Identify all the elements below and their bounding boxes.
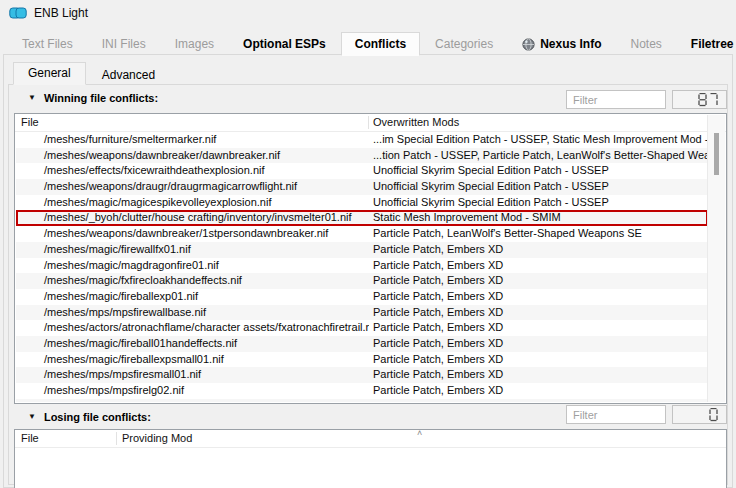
overwritten-mods-cell: Particle Patch, Embers XD bbox=[369, 336, 708, 352]
overwritten-mods-cell: Unofficial Skyrim Special Edition Patch … bbox=[369, 195, 708, 211]
table-row[interactable]: /meshes/effects/fxicewraithdeathexplosio… bbox=[16, 163, 708, 179]
subtab-general[interactable]: General bbox=[13, 62, 86, 85]
winning-conflicts-section-toggle[interactable]: ▼ Winning file conflicts: bbox=[28, 92, 158, 104]
losing-filter-input[interactable] bbox=[566, 405, 666, 424]
table-row[interactable]: /meshes/mps/mpsfirewallbase.nifParticle … bbox=[16, 305, 708, 321]
overwritten-mods-cell: Particle Patch, Embers XD bbox=[369, 242, 708, 258]
column-header-providing-mod[interactable]: Providing Mod bbox=[122, 430, 192, 447]
table-row[interactable]: /meshes/weapons/draugr/draugrmagicarrowf… bbox=[16, 179, 708, 195]
file-cell: /meshes/weapons/draugr/draugrmagicarrowf… bbox=[16, 179, 369, 195]
losing-count-lcd bbox=[672, 405, 727, 424]
file-cell: /meshes/mps/mpsfiresmall01.nif bbox=[16, 367, 369, 383]
file-cell: /meshes/magic/fireballexpsmall01.nif bbox=[16, 352, 369, 368]
tab-label: Optional ESPs bbox=[243, 37, 326, 51]
column-header-file[interactable]: File bbox=[21, 114, 39, 131]
table-row[interactable]: /meshes/magic/firewallfx01.nifParticle P… bbox=[16, 242, 708, 258]
tab-images[interactable]: Images bbox=[161, 34, 228, 55]
subtab-advanced[interactable]: Advanced bbox=[87, 64, 170, 84]
overwritten-mods-cell: Particle Patch, Embers XD bbox=[369, 289, 708, 305]
overwritten-mods-cell: ...tion Patch - USSEP, Particle Patch, L… bbox=[369, 148, 708, 164]
tab-label: INI Files bbox=[102, 37, 146, 51]
tab-label: Filetree bbox=[691, 37, 734, 51]
table-row[interactable]: /meshes/magic/magicespikevolleyexplosion… bbox=[16, 195, 708, 211]
table-row[interactable]: /meshes/_byoh/clutter/house crafting/inv… bbox=[16, 210, 708, 226]
losing-section-label: Losing file conflicts: bbox=[44, 411, 151, 423]
main-tab-bar: Text FilesINI FilesImagesOptional ESPsCo… bbox=[8, 32, 736, 55]
table-row[interactable]: /meshes/weapons/dawnbreaker/1stpersondaw… bbox=[16, 226, 708, 242]
table-row[interactable]: /meshes/weapons/dawnbreaker/dawnbreaker.… bbox=[16, 148, 708, 164]
collapse-arrow-icon: ▼ bbox=[28, 412, 36, 421]
column-header-overwritten-mods[interactable]: Overwritten Mods bbox=[373, 114, 459, 131]
scrollbar-thumb[interactable] bbox=[714, 133, 719, 175]
overwritten-mods-cell: ...im Special Edition Patch - USSEP, Sta… bbox=[369, 132, 708, 148]
column-separator[interactable] bbox=[368, 116, 369, 129]
sort-ascending-icon: ˄ bbox=[417, 430, 422, 436]
winning-filter-input[interactable] bbox=[566, 90, 666, 109]
tab-notes[interactable]: Notes bbox=[616, 34, 675, 55]
winning-conflicts-table: File Overwritten Mods /meshes/furniture/… bbox=[14, 113, 727, 404]
table-row[interactable]: /meshes/furniture/smeltermarker.nif...im… bbox=[16, 132, 708, 148]
file-cell: /meshes/magic/fireball01handeffects.nif bbox=[16, 336, 369, 352]
table-row[interactable]: /meshes/magic/magdragonfire01.nifParticl… bbox=[16, 258, 708, 274]
globe-icon bbox=[522, 38, 535, 51]
window-title: ENB Light bbox=[34, 6, 88, 20]
column-separator[interactable] bbox=[116, 432, 117, 445]
overwritten-mods-cell: Unofficial Skyrim Special Edition Patch … bbox=[369, 163, 708, 179]
tab-label: Nexus Info bbox=[540, 37, 601, 51]
overwritten-mods-cell: Static Mesh Improvement Mod - SMIM bbox=[369, 210, 708, 226]
winning-section-label: Winning file conflicts: bbox=[44, 92, 158, 104]
file-cell: /meshes/magic/firebolt01.nif bbox=[16, 399, 369, 402]
table-row[interactable]: /meshes/mps/mpsfiresmall01.nifParticle P… bbox=[16, 367, 708, 383]
tab-optional-esps[interactable]: Optional ESPs bbox=[229, 34, 340, 55]
overwritten-mods-cell: Unofficial Skyrim Special Edition Patch … bbox=[369, 179, 708, 195]
overwritten-mods-cell: Particle Patch, Embers XD bbox=[369, 383, 708, 399]
overwritten-mods-cell: Particle Patch, Embers XD bbox=[369, 305, 708, 321]
mod-app-icon bbox=[9, 7, 27, 19]
overwritten-mods-cell: Particle Patch, Embers XD bbox=[369, 399, 708, 402]
column-header-file[interactable]: File bbox=[21, 430, 39, 447]
overwritten-mods-cell: Particle Patch, Embers XD bbox=[369, 367, 708, 383]
tab-categories[interactable]: Categories bbox=[421, 34, 507, 55]
file-cell: /meshes/mps/mpsfirewallbase.nif bbox=[16, 305, 369, 321]
winning-rows: /meshes/furniture/smeltermarker.nif...im… bbox=[16, 132, 708, 402]
table-row[interactable]: /meshes/magic/fireball01handeffects.nifP… bbox=[16, 336, 708, 352]
overwritten-mods-cell: Particle Patch, LeanWolf's Better-Shaped… bbox=[369, 226, 708, 242]
file-cell: /meshes/mps/mpsfirelg02.nif bbox=[16, 383, 369, 399]
file-cell: /meshes/magic/fxfirecloakhandeffects.nif bbox=[16, 273, 369, 289]
winning-table-header: File Overwritten Mods bbox=[15, 114, 726, 132]
overwritten-mods-cell: Particle Patch, Embers XD bbox=[369, 352, 708, 368]
table-row[interactable]: /meshes/magic/firebolt01.nifParticle Pat… bbox=[16, 399, 708, 402]
tab-label: Categories bbox=[435, 37, 493, 51]
losing-conflicts-table: File Providing Mod ˄ bbox=[14, 429, 727, 488]
conflicts-sub-tab-bar: GeneralAdvanced bbox=[13, 62, 171, 84]
table-row[interactable]: /meshes/magic/fireballexpsmall01.nifPart… bbox=[16, 352, 708, 368]
overwritten-mods-cell: Particle Patch, Embers XD bbox=[369, 320, 708, 336]
tab-label: Conflicts bbox=[355, 37, 406, 51]
table-row[interactable]: /meshes/mps/mpsfirelg02.nifParticle Patc… bbox=[16, 383, 708, 399]
overwritten-mods-cell: Particle Patch, Embers XD bbox=[369, 258, 708, 274]
tab-text-files[interactable]: Text Files bbox=[8, 34, 87, 55]
table-row[interactable]: /meshes/magic/fxfirecloakhandeffects.nif… bbox=[16, 273, 708, 289]
file-cell: /meshes/magic/firewallfx01.nif bbox=[16, 242, 369, 258]
losing-conflicts-section-toggle[interactable]: ▼ Losing file conflicts: bbox=[28, 411, 151, 423]
losing-table-header: File Providing Mod ˄ bbox=[15, 430, 726, 448]
tab-nexus-info[interactable]: Nexus Info bbox=[508, 34, 615, 55]
tab-filetree[interactable]: Filetree bbox=[677, 34, 736, 55]
tab-ini-files[interactable]: INI Files bbox=[88, 34, 160, 55]
tab-label: Notes bbox=[630, 37, 661, 51]
tab-label: Text Files bbox=[22, 37, 73, 51]
file-cell: /meshes/weapons/dawnbreaker/dawnbreaker.… bbox=[16, 148, 369, 164]
winning-count-lcd bbox=[672, 90, 727, 109]
overwritten-mods-cell: Particle Patch, Embers XD bbox=[369, 273, 708, 289]
file-cell: /meshes/weapons/dawnbreaker/1stpersondaw… bbox=[16, 226, 369, 242]
collapse-arrow-icon: ▼ bbox=[28, 93, 36, 102]
vertical-scrollbar[interactable] bbox=[707, 115, 725, 402]
file-cell: /meshes/magic/magdragonfire01.nif bbox=[16, 258, 369, 274]
table-row[interactable]: /meshes/magic/fireballexp01.nifParticle … bbox=[16, 289, 708, 305]
file-cell: /meshes/effects/fxicewraithdeathexplosio… bbox=[16, 163, 369, 179]
table-row[interactable]: /meshes/actors/atronachflame/character a… bbox=[16, 320, 708, 336]
losing-rows bbox=[16, 448, 725, 487]
lcd-digits bbox=[709, 408, 722, 422]
tab-conflicts[interactable]: Conflicts bbox=[341, 32, 420, 56]
tab-label: Images bbox=[175, 37, 214, 51]
